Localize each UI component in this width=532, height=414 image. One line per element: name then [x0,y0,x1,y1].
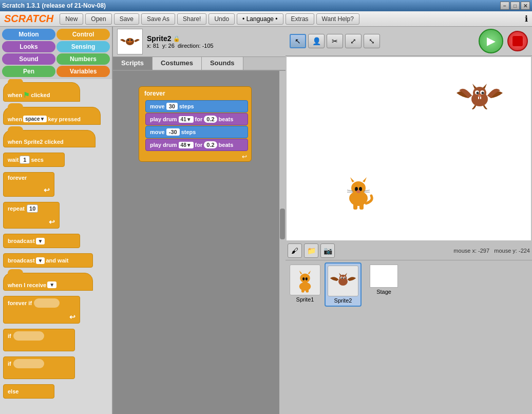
minimize-button[interactable]: − [500,2,509,10]
block-when-key-pressed[interactable]: when space▼ key pressed [3,107,101,125]
category-pen[interactable]: Pen [2,66,55,77]
block-forever-if[interactable]: forever if ↩ [3,296,80,324]
titlebar-controls: − □ ✕ [500,2,530,10]
scrollbar-thumb[interactable] [280,209,285,239]
camera-sprite-button[interactable]: 📷 [320,243,335,258]
block-else[interactable]: else [3,384,54,399]
block-when-sprite-clicked[interactable]: when Sprite2 clicked [3,130,96,147]
stage-thumbnail [370,265,398,288]
forever-if-cond[interactable] [34,298,60,308]
sprite-info: Sprite2 🔒 x: 81 y: 26 direction: -105 [147,34,214,49]
category-numbers[interactable]: Numbers [56,53,110,65]
category-control[interactable]: Control [56,29,110,40]
block-wait-val[interactable]: 1 [20,156,30,164]
sprite-x: 81 [153,43,159,49]
share-button[interactable]: Share! [177,13,206,25]
svg-marker-31 [308,271,311,274]
drum1-beats[interactable]: 0.2 [204,116,217,123]
scripts-canvas[interactable]: forever move 30 steps play drum [113,71,286,414]
if2-cond[interactable] [13,359,44,368]
block-broadcast-wait[interactable]: broadcast ▼ and wait [3,253,93,268]
block-wait-label: wait [8,157,18,163]
move2-val[interactable]: -30 [166,128,180,136]
block-receive-label: when I receive [8,282,46,288]
block-repeat[interactable]: repeat 10 ↩ [3,202,60,229]
undo-button[interactable]: Undo [208,13,235,25]
grow-tool[interactable]: ⤢ [345,34,362,48]
block-move1[interactable]: move 30 steps [145,100,248,112]
tab-scripts[interactable]: Scripts [113,57,153,70]
stage-item[interactable]: Stage [368,262,400,307]
block-forever[interactable]: forever ↩ [3,172,54,197]
flag-icon: ⚑ [23,91,30,99]
move1-val[interactable]: 30 [166,103,178,110]
block-repeat-val[interactable]: 10 [27,204,38,213]
sprite2-thumbnail [328,266,358,296]
stamp-tool[interactable]: 👤 [308,34,325,48]
help-button[interactable]: Want Help? [316,13,359,25]
block-move2[interactable]: move -30 steps [145,126,248,138]
scripts-scrollbar[interactable] [279,71,286,414]
drum1-val[interactable]: 41▼ [179,116,194,123]
stop-button[interactable] [507,31,528,51]
grow-icon: ⤢ [350,37,356,45]
new-button[interactable]: New [60,13,83,25]
category-variables[interactable]: Variables [56,66,110,77]
block-drum1[interactable]: play drum 41▼ for 0.2 beats [145,113,248,125]
block-if[interactable]: if [3,329,75,351]
forever-container[interactable]: forever move 30 steps play drum [139,86,252,162]
svg-point-3 [130,39,132,41]
forever-header: forever [140,88,250,99]
block-broadcast-wait-label: broadcast [8,257,35,264]
block-broadcast[interactable]: broadcast ▼ [3,234,80,248]
block-if2-label: if [8,361,11,367]
sprite1-item[interactable]: Sprite1 [288,262,322,307]
block-wait[interactable]: wait 1 secs [3,153,65,167]
block-drum2[interactable]: play drum 48▼ for 0.2 beats [145,139,248,151]
sprite1-preview [291,266,319,294]
scissor-tool[interactable]: ✂ [327,34,343,48]
close-button[interactable]: ✕ [521,2,530,10]
broadcast-wait-dropdown[interactable]: ▼ [36,257,45,264]
cursor-tool[interactable]: ↖ [290,34,306,48]
bat-sprite [454,72,505,124]
tab-sounds[interactable]: Sounds [202,57,243,70]
save-as-button[interactable]: Save As [141,13,175,25]
if-cond[interactable] [13,331,44,341]
svg-rect-28 [480,97,481,99]
tab-costumes[interactable]: Costumes [153,57,202,70]
block-clicked-label: clicked [31,92,50,98]
category-looks[interactable]: Looks [2,41,55,52]
block-if2[interactable]: if [3,356,75,379]
go-button[interactable]: ▶ [479,29,503,53]
svg-rect-17 [359,203,364,210]
language-button[interactable]: • Language • [237,13,283,25]
move1-suffix: steps [179,103,194,109]
receive-dropdown[interactable]: ▼ [47,281,56,288]
info-icon[interactable]: ℹ [525,14,528,24]
category-sound[interactable]: Sound [2,53,55,65]
folder-icon: 📁 [307,247,316,255]
paint-sprite-button[interactable]: 🖌 [288,243,302,258]
save-button[interactable]: Save [114,13,139,25]
block-when-receive[interactable]: when I receive ▼ [3,273,93,291]
broadcast-dropdown[interactable]: ▼ [36,238,45,244]
category-motion[interactable]: Motion [2,29,55,40]
extras-button[interactable]: Extras [286,13,314,25]
drum2-val[interactable]: 48▼ [179,142,194,148]
svg-point-32 [302,277,305,280]
block-when-flag-clicked[interactable]: when ⚑ clicked [3,82,80,102]
key-dropdown[interactable]: space▼ [23,116,47,122]
category-sensing[interactable]: Sensing [56,41,110,52]
open-button[interactable]: Open [85,13,111,25]
drum2-beats[interactable]: 0.2 [204,141,217,148]
maximize-button[interactable]: □ [510,2,520,10]
go-stop-buttons: ▶ [479,29,528,53]
right-panel: ↖ 👤 ✂ ⤢ ⤡ ▶ [286,27,532,414]
folder-sprite-button[interactable]: 📁 [304,243,318,258]
cursor-icon: ↖ [295,37,301,45]
sprite2-item[interactable]: Sprite2 [325,262,362,307]
drum1-for: for [195,116,203,122]
shrink-tool[interactable]: ⤡ [364,34,380,48]
sprite-preview [118,30,142,53]
